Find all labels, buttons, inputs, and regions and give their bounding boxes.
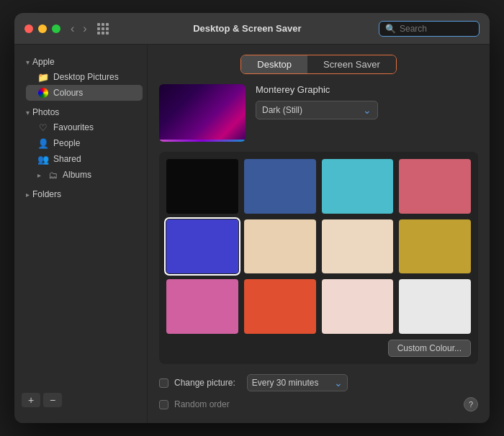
- sidebar-item-favourites[interactable]: ♡ Favourites: [26, 119, 143, 135]
- tab-screensaver[interactable]: Screen Saver: [307, 55, 396, 73]
- titlebar: ‹ › Desktop & Screen Saver 🔍: [14, 13, 490, 45]
- color-cell-c11[interactable]: [322, 279, 394, 334]
- close-button[interactable]: [24, 24, 33, 33]
- search-input[interactable]: [400, 24, 473, 34]
- color-cell-c8[interactable]: [399, 219, 471, 274]
- interval-value: Every 30 minutes: [252, 378, 319, 388]
- chevron-down-icon: ▾: [26, 58, 30, 66]
- sidebar-item-desktop-pictures[interactable]: 📁 Desktop Pictures: [26, 69, 143, 85]
- interval-dropdown[interactable]: Every 30 minutes ⌄: [247, 374, 348, 391]
- albums-icon: 🗂: [47, 169, 58, 181]
- color-cell-c3[interactable]: [322, 159, 394, 214]
- person-icon: 👤: [37, 137, 49, 149]
- color-grid-area: Custom Colour...: [159, 152, 478, 364]
- sidebar-item-label: Shared: [53, 154, 81, 164]
- chevron-right-icon: ▸: [37, 171, 41, 179]
- chevron-down-icon: ⌄: [363, 104, 372, 116]
- style-dropdown-value: Dark (Still): [262, 105, 302, 115]
- shared-icon: 👥: [37, 153, 49, 165]
- chevron-down-icon: ▾: [26, 109, 30, 117]
- tab-desktop[interactable]: Desktop: [241, 55, 307, 73]
- color-cell-c4[interactable]: [399, 159, 471, 214]
- apple-section-children: 📁 Desktop Pictures Colours: [22, 69, 147, 101]
- window-title: Desktop & Screen Saver: [116, 23, 379, 34]
- color-cell-c5[interactable]: [166, 219, 238, 274]
- apple-section-disclosure[interactable]: ▾ Apple: [19, 55, 143, 69]
- preview-info: Monterey Graphic Dark (Still) ⌄: [159, 84, 478, 142]
- color-cell-c6[interactable]: [244, 219, 316, 274]
- sidebar: ▾ Apple 📁 Desktop Pictures Colours ▾ Pho…: [14, 45, 148, 423]
- random-order-label: Random order: [174, 399, 230, 409]
- random-order-checkbox[interactable]: [159, 400, 168, 409]
- sidebar-bottom: + −: [14, 387, 147, 413]
- colours-icon: [37, 87, 49, 99]
- photos-section-label: Photos: [32, 107, 59, 117]
- folder-icon: 📁: [37, 71, 49, 83]
- change-picture-row: Change picture: Every 30 minutes ⌄: [159, 374, 348, 391]
- app-grid-icon[interactable]: [97, 23, 109, 35]
- tabs-container: Desktop Screen Saver: [240, 55, 396, 74]
- color-cell-c2[interactable]: [244, 159, 316, 214]
- tabs-area: Desktop Screen Saver: [159, 55, 478, 74]
- sidebar-item-colours[interactable]: Colours: [26, 85, 143, 101]
- heart-icon: ♡: [37, 122, 49, 133]
- nav-buttons: ‹ ›: [68, 21, 90, 37]
- sidebar-item-people[interactable]: 👤 People: [26, 135, 143, 151]
- sidebar-item-label: Desktop Pictures: [53, 72, 119, 82]
- wallpaper-preview: [159, 84, 246, 142]
- sidebar-item-label: Albums: [63, 170, 91, 180]
- custom-colour-row: Custom Colour...: [166, 340, 471, 357]
- wallpaper-name: Monterey Graphic: [256, 84, 378, 95]
- forward-button[interactable]: ›: [80, 21, 89, 37]
- back-button[interactable]: ‹: [68, 21, 77, 37]
- add-source-button[interactable]: +: [22, 393, 40, 407]
- content-area: ▾ Apple 📁 Desktop Pictures Colours ▾ Pho…: [14, 45, 490, 423]
- sidebar-item-shared[interactable]: 👥 Shared: [26, 151, 143, 167]
- search-icon: 🔍: [385, 24, 396, 34]
- remove-source-button[interactable]: −: [43, 393, 62, 407]
- change-picture-checkbox[interactable]: [159, 378, 168, 388]
- folders-section-disclosure[interactable]: ▸ Folders: [19, 187, 143, 201]
- color-cell-c12[interactable]: [399, 279, 471, 334]
- folders-label: Folders: [32, 189, 61, 199]
- color-grid: [166, 159, 471, 334]
- color-cell-c1[interactable]: [166, 159, 238, 214]
- apple-section-label: Apple: [32, 57, 55, 67]
- color-cell-c7[interactable]: [322, 219, 394, 274]
- sidebar-item-label: Favourites: [53, 122, 94, 132]
- change-picture-label: Change picture:: [174, 378, 235, 388]
- custom-colour-button[interactable]: Custom Colour...: [388, 340, 471, 357]
- minimize-button[interactable]: [38, 24, 47, 33]
- bottom-bar: Change picture: Every 30 minutes ⌄: [159, 368, 478, 397]
- help-button[interactable]: ?: [464, 397, 478, 412]
- chevron-down-icon: ⌄: [334, 377, 343, 389]
- sidebar-item-label: People: [53, 138, 80, 148]
- photos-section-children: ♡ Favourites 👤 People 👥 Shared ▸ 🗂 Album…: [22, 119, 147, 183]
- window: ‹ › Desktop & Screen Saver 🔍 ▾ Apple 📁: [14, 13, 490, 423]
- color-cell-c10[interactable]: [244, 279, 316, 334]
- traffic-lights: [24, 24, 60, 33]
- color-cell-c9[interactable]: [166, 279, 238, 334]
- preview-details: Monterey Graphic Dark (Still) ⌄: [256, 84, 378, 142]
- photos-section-disclosure[interactable]: ▾ Photos: [19, 105, 143, 119]
- sidebar-item-label: Colours: [53, 88, 83, 98]
- maximize-button[interactable]: [52, 24, 60, 33]
- search-box[interactable]: 🔍: [379, 21, 480, 37]
- chevron-right-icon: ▸: [26, 191, 30, 199]
- right-panel: Desktop Screen Saver Monterey Graphic Da…: [148, 45, 490, 423]
- style-dropdown[interactable]: Dark (Still) ⌄: [256, 101, 378, 119]
- sidebar-item-albums[interactable]: ▸ 🗂 Albums: [26, 167, 143, 183]
